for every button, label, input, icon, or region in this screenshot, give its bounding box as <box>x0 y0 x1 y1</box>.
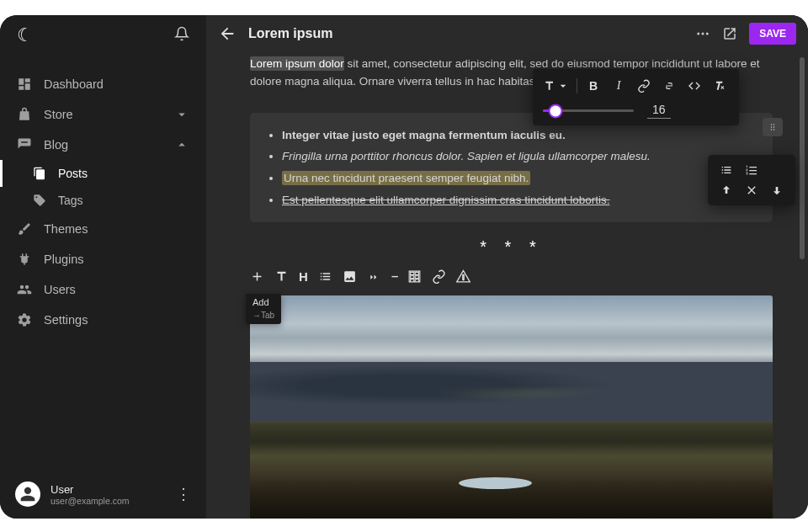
save-button[interactable]: SAVE <box>749 23 796 45</box>
strike-text: Est pellentesque elit ullamcorper dignis… <box>282 194 609 206</box>
svg-point-5 <box>771 126 773 128</box>
subnav-item-posts[interactable]: Posts <box>0 160 206 187</box>
close-icon[interactable] <box>745 184 758 197</box>
slider-thumb[interactable] <box>550 105 561 116</box>
store-icon <box>17 107 32 122</box>
list-item[interactable]: Est pellentesque elit ullamcorper dignis… <box>282 189 756 211</box>
sidebar-header: ☾ <box>0 15 206 56</box>
drag-handle-icon[interactable] <box>763 118 783 136</box>
sidebar-footer: User user@example.com ⋮ <box>0 470 206 519</box>
list-item[interactable]: Fringilla urna porttitor rhoncus dolor. … <box>282 146 756 168</box>
back-button[interactable] <box>218 24 237 43</box>
user-info: User user@example.com <box>50 483 166 506</box>
sidebar-item-label: Dashboard <box>44 77 104 91</box>
sidebar-item-label: Users <box>44 283 76 296</box>
divider-stars: * * * <box>250 237 773 257</box>
list-item[interactable]: Integer vitae justo eget magna fermentum… <box>282 125 756 146</box>
sidebar: ☾ Dashboard Store Blog <box>0 15 206 519</box>
warning-block-icon[interactable] <box>456 269 470 284</box>
code-button[interactable] <box>683 76 705 96</box>
main: Lorem ipsum SAVE Lorem ipsum dolor sit a… <box>206 15 808 519</box>
quote-block-icon[interactable] <box>367 269 381 284</box>
link-button[interactable] <box>633 76 655 96</box>
image-block[interactable]: Add →Tab <box>250 295 773 519</box>
sidebar-item-plugins[interactable]: Plugins <box>0 244 206 274</box>
blog-icon <box>17 137 32 152</box>
separator <box>577 78 577 93</box>
font-size-slider[interactable] <box>543 109 634 112</box>
themes-icon <box>17 221 32 237</box>
bold-button[interactable]: B <box>582 76 604 96</box>
format-popup: B I 16 <box>533 69 739 125</box>
move-up-icon[interactable] <box>720 184 733 197</box>
add-block-button[interactable] <box>250 269 264 284</box>
image-block-icon[interactable] <box>343 269 357 284</box>
list-item[interactable]: Urna nec tincidunt praesent semper feugi… <box>282 168 756 189</box>
sidebar-item-blog[interactable]: Blog <box>0 130 206 160</box>
sidebar-item-label: Store <box>44 108 73 121</box>
sidebar-item-dashboard[interactable]: Dashboard <box>0 69 206 99</box>
user-email: user@example.com <box>50 496 166 506</box>
logo-icon[interactable]: ☾ <box>17 24 34 46</box>
list-format-popup <box>708 155 795 205</box>
block-toolbar: H -- <box>250 263 773 289</box>
text-style-dropdown[interactable] <box>541 76 571 96</box>
sidebar-item-store[interactable]: Store <box>0 99 206 130</box>
text-block-icon[interactable] <box>274 269 289 284</box>
move-down-icon[interactable] <box>770 184 784 197</box>
sidebar-item-label: Themes <box>44 222 88 236</box>
tags-icon <box>33 194 46 207</box>
sidebar-item-settings[interactable]: Settings <box>0 305 206 335</box>
scrollbar-thumb[interactable] <box>800 57 805 259</box>
user-name: User <box>50 483 166 496</box>
table-block-icon[interactable] <box>407 269 422 284</box>
dashboard-icon <box>17 77 32 92</box>
list-block-icon[interactable] <box>318 269 332 284</box>
top-actions: SAVE <box>695 23 796 45</box>
list-block[interactable]: Integer vitae justo eget magna fermentum… <box>250 113 773 223</box>
sidebar-item-label: Plugins <box>44 253 84 266</box>
avatar[interactable] <box>15 481 40 507</box>
more-horizontal-icon[interactable] <box>695 26 710 41</box>
tooltip-title: Add <box>252 297 269 307</box>
subnav-item-tags[interactable]: Tags <box>0 187 206 214</box>
italic-button[interactable]: I <box>608 76 630 96</box>
tooltip-hint: →Tab <box>252 310 274 322</box>
sidebar-item-users[interactable]: Users <box>0 274 206 305</box>
users-icon <box>17 282 32 297</box>
sidebar-item-themes[interactable]: Themes <box>0 214 206 244</box>
open-external-icon[interactable] <box>722 26 737 41</box>
page-title: Lorem ipsum <box>248 26 683 41</box>
svg-point-1 <box>702 33 704 35</box>
scrollbar[interactable] <box>800 57 805 510</box>
unordered-list-icon[interactable] <box>720 163 733 177</box>
app-frame: ☾ Dashboard Store Blog <box>0 15 808 519</box>
chevron-down-icon <box>174 107 189 122</box>
svg-point-2 <box>706 33 709 35</box>
ordered-list-icon[interactable] <box>745 163 758 177</box>
settings-icon <box>17 312 32 327</box>
heading-block-icon[interactable]: H <box>299 269 308 284</box>
link-block-icon[interactable] <box>432 269 446 284</box>
svg-point-7 <box>771 129 773 130</box>
sidebar-item-label: Posts <box>58 167 88 180</box>
sidebar-item-label: Tags <box>58 194 83 207</box>
font-size-value[interactable]: 16 <box>647 103 671 119</box>
content-image[interactable] <box>250 295 773 519</box>
svg-point-4 <box>773 124 775 125</box>
add-tooltip: Add →Tab <box>246 294 281 323</box>
topbar: Lorem ipsum SAVE <box>206 15 808 52</box>
chevron-up-icon <box>174 137 189 152</box>
notifications-bell-icon[interactable] <box>174 26 189 45</box>
svg-point-0 <box>697 33 699 35</box>
selected-text: Lorem ipsum dolor <box>250 56 344 71</box>
posts-icon <box>33 167 46 180</box>
clear-format-button[interactable] <box>709 76 731 96</box>
user-menu-icon[interactable]: ⋮ <box>176 485 191 503</box>
highlighted-text: Urna nec tincidunt praesent semper feugi… <box>282 171 530 185</box>
divider-block-icon[interactable]: -- <box>391 269 397 284</box>
blog-subnav: Posts Tags <box>0 160 206 214</box>
svg-point-3 <box>771 124 773 125</box>
strikethrough-button[interactable] <box>658 76 680 96</box>
plugins-icon <box>17 252 32 267</box>
